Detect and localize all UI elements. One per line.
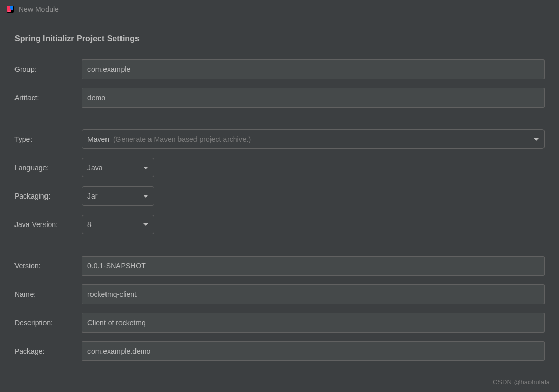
input-package[interactable] <box>82 341 545 361</box>
dropdown-language[interactable]: Java <box>82 158 154 177</box>
label-version: Version: <box>14 262 82 270</box>
input-artifact[interactable] <box>82 88 545 108</box>
dropdown-java-version-value: 8 <box>87 220 139 229</box>
label-package: Package: <box>14 347 82 355</box>
input-group[interactable] <box>82 59 545 79</box>
dropdown-language-value: Java <box>87 163 139 172</box>
label-group: Group: <box>14 65 82 73</box>
label-packaging: Packaging: <box>14 192 82 200</box>
dropdown-type-value: Maven <box>87 135 109 143</box>
titlebar: New Module <box>0 0 559 19</box>
label-name: Name: <box>14 290 82 298</box>
row-type: Type: Maven (Generate a Maven based proj… <box>14 129 545 149</box>
row-group: Group: <box>14 59 545 80</box>
label-description: Description: <box>14 319 82 327</box>
row-artifact: Artifact: <box>14 87 545 108</box>
label-java-version: Java Version: <box>14 220 82 229</box>
content-area: Spring Initializr Project Settings Group… <box>0 19 559 361</box>
row-language: Language: Java <box>14 157 545 178</box>
input-version[interactable] <box>82 256 545 276</box>
dropdown-packaging-value: Jar <box>87 192 139 200</box>
chevron-down-icon <box>143 195 148 198</box>
row-packaging: Packaging: Jar <box>14 186 545 206</box>
dropdown-type-text: Maven (Generate a Maven based project ar… <box>87 135 530 143</box>
row-java-version: Java Version: 8 <box>14 214 545 235</box>
window-title: New Module <box>19 5 59 13</box>
dropdown-java-version[interactable]: 8 <box>82 215 154 234</box>
row-version: Version: <box>14 255 545 276</box>
chevron-down-icon <box>143 167 148 169</box>
row-name: Name: <box>14 284 545 305</box>
label-type: Type: <box>14 135 82 143</box>
dropdown-type-hint: (Generate a Maven based project archive.… <box>113 135 251 143</box>
chevron-down-icon <box>534 138 539 141</box>
chevron-down-icon <box>143 223 148 226</box>
row-package: Package: <box>14 341 545 361</box>
dropdown-type[interactable]: Maven (Generate a Maven based project ar… <box>82 129 545 149</box>
watermark: CSDN @haohulala <box>493 378 550 386</box>
section-title: Spring Initializr Project Settings <box>14 34 545 43</box>
row-description: Description: <box>14 312 545 333</box>
label-language: Language: <box>14 163 82 172</box>
label-artifact: Artifact: <box>14 94 82 102</box>
svg-rect-1 <box>8 11 10 11</box>
intellij-icon <box>6 5 14 13</box>
dropdown-packaging[interactable]: Jar <box>82 186 154 206</box>
input-description[interactable] <box>82 313 545 333</box>
input-name[interactable] <box>82 284 545 304</box>
